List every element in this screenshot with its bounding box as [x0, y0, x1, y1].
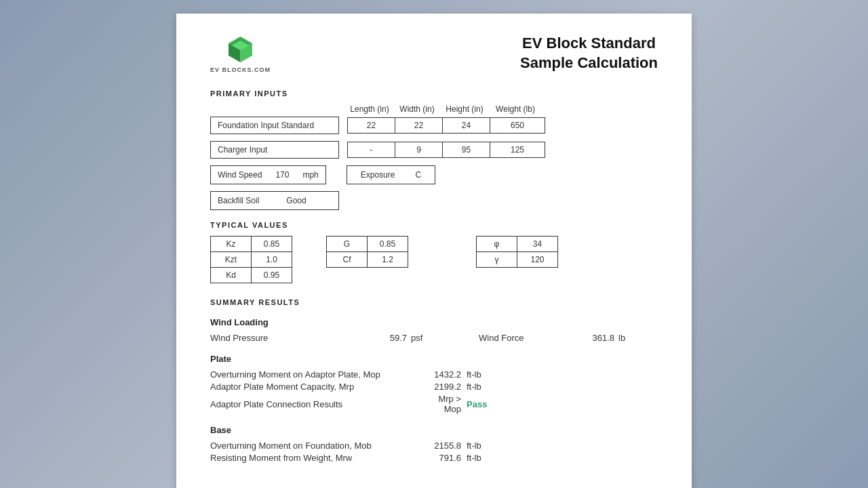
- foundation-values: 22 22 24 650: [347, 117, 545, 134]
- plate-mop-row: Overturning Moment on Adaptor Plate, Mop…: [210, 369, 658, 380]
- exposure-box: Exposure C: [347, 165, 435, 184]
- table-row: G 0.85: [327, 237, 408, 252]
- base-mob-row: Overturning Moment on Foundation, Mob 21…: [210, 441, 658, 451]
- table-row: Kzt 1.0: [211, 252, 292, 268]
- title-area: EV Block Standard Sample Calculation: [520, 34, 658, 73]
- wind-speed-box: Wind Speed 170 mph: [210, 165, 326, 184]
- plate-connection-label: Adaptor Plate Connection Results: [210, 399, 420, 409]
- pass-badge: Pass: [467, 399, 487, 409]
- base-mrw-unit: ft-lb: [467, 453, 481, 463]
- col-header-height: Height (in): [441, 104, 488, 114]
- wind-speed-value: 170: [275, 170, 289, 180]
- typical-table-1: Kz 0.85 Kzt 1.0 Kd 0.95: [210, 236, 292, 283]
- foundation-label: Foundation Input Standard: [210, 117, 339, 134]
- gamma-value: 120: [517, 252, 558, 268]
- backfill-row: Backfill Soil Good: [210, 191, 658, 210]
- backfill-box: Backfill Soil Good: [210, 191, 339, 210]
- gamma-param: γ: [477, 252, 517, 268]
- col-headers: Length (in) Width (in) Height (in) Weigh…: [346, 104, 658, 114]
- table-row: Cf 1.2: [327, 252, 408, 268]
- plate-mrp-unit: ft-lb: [467, 382, 481, 392]
- foundation-input-row: Foundation Input Standard 22 22 24 650: [210, 117, 658, 134]
- phi-value: 34: [517, 237, 558, 252]
- typical-values-title: TYPICAL VALUES: [210, 221, 658, 229]
- table-row: Kd 0.95: [211, 268, 292, 283]
- base-mob-label: Overturning Moment on Foundation, Mob: [210, 441, 420, 451]
- plate-mop-label: Overturning Moment on Adaptor Plate, Mop: [210, 369, 420, 380]
- base-mrw-value: 791.6: [420, 453, 461, 463]
- base-mrw-label: Resisting Moment from Weight, Mrw: [210, 453, 420, 463]
- backfill-label: Backfill Soil: [218, 196, 259, 205]
- base-mob-value: 2155.8: [420, 441, 461, 451]
- report-title: EV Block Standard Sample Calculation: [520, 34, 658, 73]
- col-header-weight: Weight (lb): [488, 104, 542, 114]
- plate-mop-value: 1432.2: [420, 369, 461, 380]
- charger-values: - 9 95 125: [347, 142, 545, 158]
- table-row: Kz 0.85: [211, 237, 292, 252]
- charger-weight: 125: [490, 142, 545, 157]
- plate-mrp-label: Adaptor Plate Moment Capacity, Mrp: [210, 382, 420, 392]
- foundation-height: 24: [443, 118, 490, 133]
- summary-results-title: SUMMARY RESULTS: [210, 298, 658, 306]
- logo-icon: [225, 34, 256, 64]
- wind-loading-title: Wind Loading: [210, 317, 658, 327]
- plate-mop-unit: ft-lb: [467, 369, 481, 380]
- plate-mrp-row: Adaptor Plate Moment Capacity, Mrp 2199.…: [210, 382, 658, 392]
- wind-pressure-label: Wind Pressure: [210, 333, 359, 343]
- exposure-label: Exposure: [361, 170, 395, 180]
- table-row: γ 120: [477, 252, 558, 268]
- charger-length: -: [348, 142, 395, 157]
- wind-exposure-row: Wind Speed 170 mph Exposure C: [210, 165, 658, 184]
- base-mrw-row: Resisting Moment from Weight, Mrw 791.6 …: [210, 453, 658, 463]
- main-page: EV BLOCKS.COM EV Block Standard Sample C…: [176, 14, 692, 488]
- typical-table-3: φ 34 γ 120: [476, 236, 558, 268]
- logo-text: EV BLOCKS.COM: [210, 66, 271, 73]
- charger-label: Charger Input: [210, 141, 339, 159]
- charger-width: 9: [395, 142, 443, 157]
- cf-param: Cf: [327, 252, 368, 268]
- plate-connection-value: Mrp > Mop: [420, 394, 461, 414]
- wind-pressure-unit: psf: [411, 333, 438, 343]
- logo-area: EV BLOCKS.COM: [210, 34, 271, 73]
- base-title: Base: [210, 425, 658, 435]
- backfill-value: Good: [286, 196, 306, 205]
- wind-force-unit: lb: [618, 333, 625, 343]
- wind-force-value: 361.8: [574, 333, 614, 343]
- cf-value: 1.2: [368, 252, 408, 268]
- col-header-width: Width (in): [393, 104, 441, 114]
- wind-force-label: Wind Force: [479, 333, 574, 343]
- plate-mrp-value: 2199.2: [420, 382, 461, 392]
- typical-table-2: G 0.85 Cf 1.2: [326, 236, 408, 268]
- summary-results-section: SUMMARY RESULTS Wind Loading Wind Pressu…: [210, 298, 658, 463]
- wind-pressure-row: Wind Pressure 59.7 psf Wind Force 361.8 …: [210, 333, 658, 343]
- kzt-value: 1.0: [252, 252, 292, 268]
- header: EV BLOCKS.COM EV Block Standard Sample C…: [210, 34, 658, 73]
- g-param: G: [327, 237, 368, 252]
- exposure-value: C: [415, 170, 421, 180]
- charger-input-row: Charger Input - 9 95 125: [210, 141, 658, 159]
- foundation-length: 22: [348, 118, 395, 133]
- table-row: φ 34: [477, 237, 558, 252]
- foundation-weight: 650: [490, 118, 545, 133]
- kd-param: Kd: [211, 268, 252, 283]
- charger-height: 95: [443, 142, 490, 157]
- primary-inputs-title: PRIMARY INPUTS: [210, 89, 658, 98]
- col-header-length: Length (in): [346, 104, 393, 114]
- kz-value: 0.85: [252, 237, 292, 252]
- foundation-width: 22: [395, 118, 443, 133]
- phi-param: φ: [477, 237, 517, 252]
- plate-title: Plate: [210, 354, 658, 364]
- wind-pressure-value: 59.7: [359, 333, 407, 343]
- kd-value: 0.95: [252, 268, 292, 283]
- typical-values-section: TYPICAL VALUES Kz 0.85 Kzt 1.0 Kd 0.95: [210, 221, 658, 283]
- wind-speed-unit: mph: [302, 170, 318, 180]
- kz-param: Kz: [211, 237, 252, 252]
- wind-speed-label: Wind Speed: [218, 170, 262, 180]
- kzt-param: Kzt: [211, 252, 252, 268]
- g-value: 0.85: [368, 237, 408, 252]
- base-mob-unit: ft-lb: [467, 441, 481, 451]
- typical-tables: Kz 0.85 Kzt 1.0 Kd 0.95: [210, 236, 658, 283]
- plate-connection-row: Adaptor Plate Connection Results Mrp > M…: [210, 394, 658, 414]
